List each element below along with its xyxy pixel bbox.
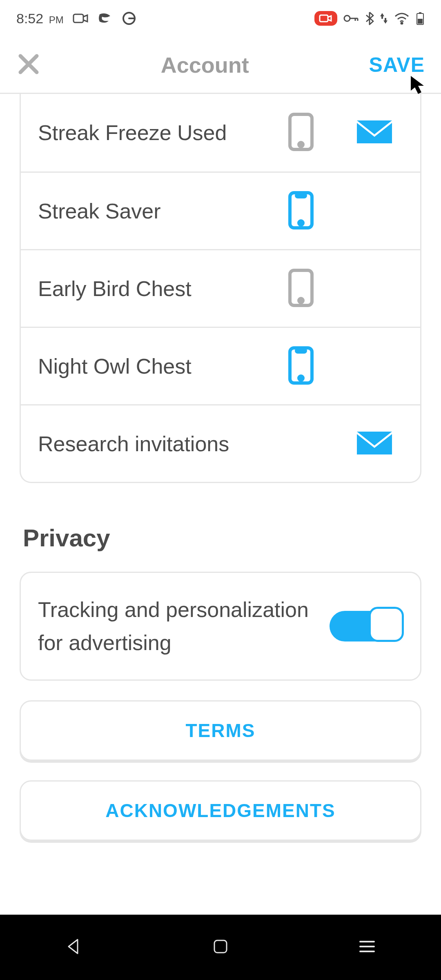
status-time: 8:52 PM — [16, 11, 64, 27]
notification-row: Night Owl Chest — [21, 327, 420, 404]
acknowledgements-button[interactable]: ACKNOWLEDGEMENTS — [20, 780, 421, 841]
notification-row: Streak Freeze Used — [21, 94, 420, 172]
svg-rect-2 — [320, 15, 328, 22]
push-toggle[interactable] — [281, 268, 321, 310]
email-toggle[interactable] — [354, 119, 395, 147]
cast-icon — [98, 13, 113, 24]
notification-toggles — [281, 190, 403, 232]
vpn-key-icon — [343, 13, 359, 23]
notification-row: Early Bird Chest — [21, 249, 420, 327]
svg-rect-16 — [296, 350, 305, 352]
notifications-card: Streak Freeze Used Streak Saver — [20, 94, 421, 483]
svg-point-14 — [299, 298, 303, 303]
save-button[interactable]: SAVE — [369, 53, 425, 77]
notification-label: Research invitations — [38, 432, 281, 456]
push-toggle[interactable] — [281, 112, 321, 154]
status-bar-left: 8:52 PM — [16, 11, 136, 27]
notification-toggles — [281, 268, 403, 310]
svg-rect-0 — [74, 14, 83, 22]
toggle-knob — [369, 607, 404, 642]
bluetooth-icon — [365, 11, 374, 25]
camera-rec-icon — [73, 13, 89, 24]
mail-icon — [356, 430, 393, 458]
phone-icon — [287, 112, 314, 154]
svg-point-9 — [299, 143, 303, 147]
notification-label: Streak Saver — [38, 199, 281, 223]
status-time-value: 8:52 — [16, 11, 43, 26]
phone-icon — [287, 345, 314, 387]
content: Streak Freeze Used Streak Saver — [0, 94, 441, 865]
status-time-ampm: PM — [49, 14, 64, 25]
svg-rect-7 — [418, 19, 423, 24]
battery-icon — [416, 11, 425, 25]
android-navbar — [0, 915, 441, 980]
wifi-icon — [394, 12, 410, 24]
google-icon — [122, 11, 136, 26]
push-toggle[interactable] — [281, 345, 321, 387]
svg-rect-6 — [419, 12, 421, 13]
phone-icon — [287, 268, 314, 310]
push-toggle[interactable] — [281, 190, 321, 232]
close-button[interactable] — [16, 52, 41, 78]
svg-point-12 — [299, 221, 303, 225]
email-toggle[interactable] — [354, 430, 395, 458]
page-title: Account — [161, 52, 249, 78]
notification-label: Early Bird Chest — [38, 276, 281, 301]
terms-button[interactable]: TERMS — [20, 700, 421, 761]
notification-toggles — [281, 430, 403, 458]
status-bar: 8:52 PM — [0, 0, 441, 37]
notification-label: Night Owl Chest — [38, 354, 281, 379]
svg-point-17 — [299, 376, 303, 380]
tracking-label: Tracking and personalization for adverti… — [38, 593, 330, 659]
data-transfer-icon — [380, 12, 388, 24]
spacer — [20, 841, 421, 865]
notification-label: Streak Freeze Used — [38, 120, 281, 145]
app-header: Account SAVE — [0, 37, 441, 94]
nav-recent-button[interactable] — [358, 939, 376, 956]
svg-rect-18 — [214, 940, 227, 953]
svg-rect-11 — [296, 194, 305, 197]
nav-back-button[interactable] — [65, 937, 83, 958]
svg-point-3 — [344, 16, 350, 21]
acknowledgements-button-label: ACKNOWLEDGEMENTS — [105, 800, 336, 822]
notification-row: Research invitations — [21, 404, 420, 482]
privacy-heading: Privacy — [23, 524, 421, 552]
phone-icon — [287, 190, 314, 232]
svg-point-4 — [401, 22, 403, 24]
privacy-card: Tracking and personalization for adverti… — [20, 572, 421, 681]
notification-toggles — [281, 112, 403, 154]
terms-button-label: TERMS — [186, 719, 256, 742]
status-bar-right — [314, 11, 425, 26]
notification-row: Streak Saver — [21, 172, 420, 249]
notification-toggles — [281, 345, 403, 387]
mail-icon — [356, 119, 393, 147]
screen-rec-indicator-icon — [314, 11, 337, 26]
nav-home-button[interactable] — [212, 938, 229, 957]
tracking-toggle[interactable] — [330, 611, 403, 641]
cursor-icon — [409, 74, 427, 99]
